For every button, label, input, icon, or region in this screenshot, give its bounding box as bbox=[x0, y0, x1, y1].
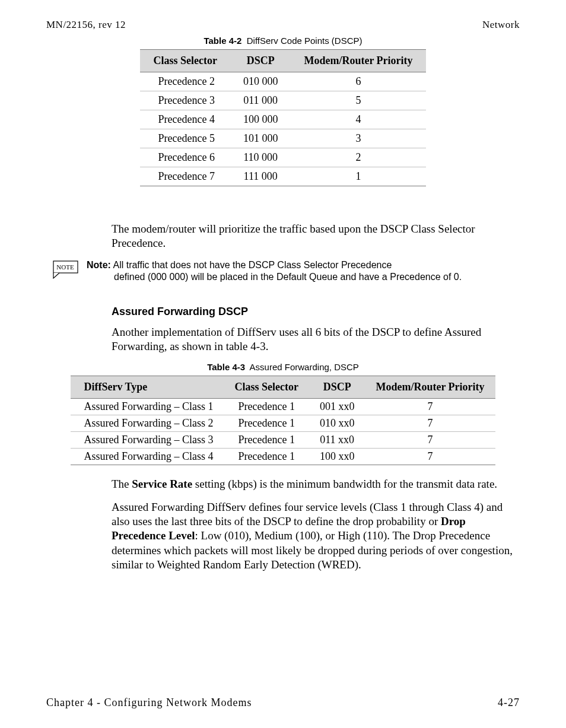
table-row: DiffServ Type Class Selector DSCP Modem/… bbox=[71, 376, 495, 399]
cell: 100 xx0 bbox=[309, 449, 365, 465]
cell: 7 bbox=[365, 415, 495, 432]
cell: 7 bbox=[365, 449, 495, 465]
table-row: Precedence 4 100 000 4 bbox=[140, 110, 425, 129]
cell: Precedence 5 bbox=[140, 129, 230, 148]
paragraph: The Service Rate setting (kbps) is the m… bbox=[112, 477, 520, 491]
cell: Precedence 1 bbox=[224, 432, 309, 449]
table-4-2-caption: Table 4-2 DiffServ Code Points (DSCP) bbox=[46, 36, 520, 46]
cell: Precedence 3 bbox=[140, 91, 230, 110]
cell: 110 000 bbox=[230, 148, 291, 167]
note-block: NOTE Note: All traffic that does not hav… bbox=[46, 259, 520, 285]
cell: 3 bbox=[291, 129, 425, 148]
table-row: Precedence 2 010 000 6 bbox=[140, 72, 425, 91]
page: MN/22156, rev 12 Network Table 4-2 DiffS… bbox=[0, 0, 566, 728]
cell: 7 bbox=[365, 399, 495, 415]
table-4-3: DiffServ Type Class Selector DSCP Modem/… bbox=[71, 376, 495, 465]
col-header: Modem/Router Priority bbox=[365, 376, 495, 399]
cell: Assured Forwarding – Class 1 bbox=[71, 399, 224, 415]
note-line2: defined (000 000) will be placed in the … bbox=[87, 271, 462, 283]
cell: 4 bbox=[291, 110, 425, 129]
cell: 101 000 bbox=[230, 129, 291, 148]
cell: Precedence 7 bbox=[140, 167, 230, 186]
table-row: Precedence 3 011 000 5 bbox=[140, 91, 425, 110]
cell: Precedence 1 bbox=[224, 415, 309, 432]
cell: Precedence 2 bbox=[140, 72, 230, 91]
cell: 011 xx0 bbox=[309, 432, 365, 449]
note-line1: All traffic that does not have the DSCP … bbox=[113, 260, 392, 270]
col-header: Class Selector bbox=[140, 50, 230, 72]
note-icon: NOTE bbox=[46, 260, 78, 285]
paragraph: Assured Forwarding DiffServ defines four… bbox=[112, 500, 520, 573]
table-4-2-text: DiffServ Code Points (DSCP) bbox=[247, 36, 363, 46]
cell: Precedence 6 bbox=[140, 148, 230, 167]
table-4-2-label: Table 4-2 bbox=[203, 36, 241, 46]
footer-left: Chapter 4 - Configuring Network Modems bbox=[46, 697, 252, 709]
col-header-text: Modem/Router Priority bbox=[304, 55, 412, 66]
table-row: Class Selector DSCP Modem/Router Priorit… bbox=[140, 50, 425, 72]
subheading-assured-forwarding: Assured Forwarding DSCP bbox=[112, 306, 520, 318]
cell: Assured Forwarding – Class 2 bbox=[71, 415, 224, 432]
text: The bbox=[112, 478, 132, 490]
col-header: Class Selector bbox=[224, 376, 309, 399]
table-4-3-caption: Table 4-3 Assured Forwarding, DSCP bbox=[46, 362, 520, 372]
cell: Assured Forwarding – Class 4 bbox=[71, 449, 224, 465]
text: setting (kbps) is the minimum bandwidth … bbox=[192, 478, 497, 490]
table-row: Assured Forwarding – Class 2 Precedence … bbox=[71, 415, 495, 432]
paragraph: Another implementation of DiffServ uses … bbox=[112, 325, 520, 354]
page-header: MN/22156, rev 12 Network bbox=[46, 19, 520, 31]
cell: 5 bbox=[291, 91, 425, 110]
table-4-3-text: Assured Forwarding, DSCP bbox=[250, 362, 359, 372]
table-row: Assured Forwarding – Class 1 Precedence … bbox=[71, 399, 495, 415]
cell: 1 bbox=[291, 167, 425, 186]
note-label: Note: bbox=[87, 260, 111, 270]
cell: 2 bbox=[291, 148, 425, 167]
cell: Precedence 1 bbox=[224, 399, 309, 415]
table-4-2: Class Selector DSCP Modem/Router Priorit… bbox=[140, 49, 425, 186]
cell: 010 000 bbox=[230, 72, 291, 91]
table-row: Assured Forwarding – Class 4 Precedence … bbox=[71, 449, 495, 465]
table-4-3-label: Table 4-3 bbox=[207, 362, 245, 372]
col-header: Modem/Router Priority bbox=[291, 50, 425, 72]
footer-right: 4-27 bbox=[498, 697, 520, 709]
cell: Precedence 1 bbox=[224, 449, 309, 465]
cell: 111 000 bbox=[230, 167, 291, 186]
paragraph: The modem/router will prioritize the tra… bbox=[112, 222, 520, 251]
col-header: DSCP bbox=[309, 376, 365, 399]
table-row: Assured Forwarding – Class 3 Precedence … bbox=[71, 432, 495, 449]
col-header-text: Modem/Router Priority bbox=[376, 381, 484, 393]
header-left: MN/22156, rev 12 bbox=[46, 19, 126, 31]
cell: Precedence 4 bbox=[140, 110, 230, 129]
table-row: Precedence 7 111 000 1 bbox=[140, 167, 425, 186]
note-icon-text: NOTE bbox=[56, 263, 74, 271]
col-header: DSCP bbox=[230, 50, 291, 72]
col-header: DiffServ Type bbox=[71, 376, 224, 399]
table-row: Precedence 6 110 000 2 bbox=[140, 148, 425, 167]
note-text: Note: All traffic that does not have the… bbox=[87, 259, 462, 284]
cell: 011 000 bbox=[230, 91, 291, 110]
cell: 001 xx0 bbox=[309, 399, 365, 415]
cell: Assured Forwarding – Class 3 bbox=[71, 432, 224, 449]
cell: 010 xx0 bbox=[309, 415, 365, 432]
page-footer: Chapter 4 - Configuring Network Modems 4… bbox=[46, 697, 520, 709]
table-row: Precedence 5 101 000 3 bbox=[140, 129, 425, 148]
cell: 100 000 bbox=[230, 110, 291, 129]
header-right: Network bbox=[482, 19, 520, 31]
cell: 6 bbox=[291, 72, 425, 91]
service-rate-bold: Service Rate bbox=[132, 478, 192, 490]
cell: 7 bbox=[365, 432, 495, 449]
